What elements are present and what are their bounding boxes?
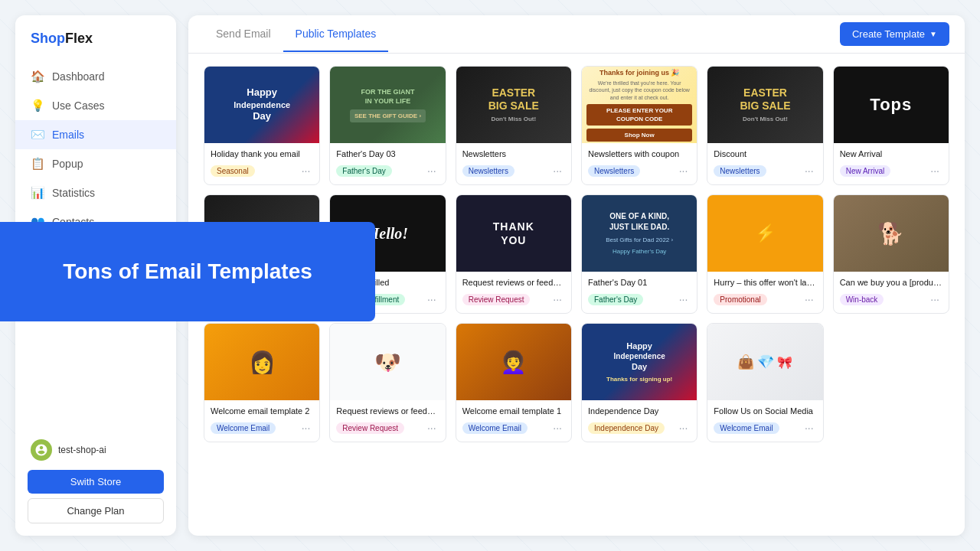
create-template-button[interactable]: Create Template bbox=[840, 22, 949, 46]
template-thumb-discount: EASTER BIG SALE Don't Miss Out! bbox=[707, 67, 822, 143]
more-menu-fathers-day-03[interactable]: ··· bbox=[424, 163, 439, 178]
template-card-discount[interactable]: EASTER BIG SALE Don't Miss Out! Discount… bbox=[707, 66, 823, 185]
more-menu-social-media[interactable]: ··· bbox=[802, 420, 817, 435]
more-menu-newsletters-coupon[interactable]: ··· bbox=[676, 163, 691, 178]
template-card-review1[interactable]: THANK YOU Request reviews or feedback1 R… bbox=[456, 194, 572, 314]
template-info-review2: Request reviews or feedback Review Reque… bbox=[330, 400, 445, 442]
more-menu-review2[interactable]: ··· bbox=[424, 420, 439, 435]
template-name-welcome2: Welcome email template 2 bbox=[211, 406, 313, 416]
tag-winback: Win-back bbox=[840, 294, 884, 305]
template-info-social-media: Follow Us on Social Media Welcome Email … bbox=[707, 400, 822, 442]
template-card-newsletters[interactable]: EASTER BIG SALE Don't Miss Out! Newslett… bbox=[456, 66, 572, 185]
change-plan-button[interactable]: Change Plan bbox=[28, 498, 164, 523]
template-card-review2[interactable]: 🐶 Request reviews or feedback Review Req… bbox=[329, 323, 446, 442]
template-thumb-social-media: 👜💎🎀 bbox=[707, 324, 822, 400]
template-tags-hurry: Promotional ··· bbox=[714, 292, 816, 307]
sidebar-item-statistics[interactable]: 📊 Statistics bbox=[15, 178, 176, 207]
sidebar-item-emails[interactable]: ✉️ Emails bbox=[15, 120, 176, 149]
template-info-fathers-day-01: Father's Day 01 Father's Day ··· bbox=[582, 272, 697, 313]
dashboard-icon: 🏠 bbox=[31, 70, 44, 83]
tag-discount: Newsletters bbox=[714, 165, 766, 177]
template-name-independence: Independence Day bbox=[588, 406, 691, 416]
template-tags-fathers-day-03: Father's Day ··· bbox=[336, 163, 439, 178]
popup-icon: 📋 bbox=[31, 157, 44, 171]
template-tags-fathers-day-01: Father's Day ··· bbox=[588, 292, 691, 307]
sidebar-item-use-cases[interactable]: 💡 Use Cases bbox=[15, 91, 176, 120]
tag-new-arrival: New Arrival bbox=[840, 165, 891, 177]
template-info-welcome2: Welcome email template 2 Welcome Email ·… bbox=[204, 400, 319, 442]
template-tags-holiday: Seasonal ··· bbox=[211, 163, 313, 178]
template-name-discount: Discount bbox=[714, 149, 816, 158]
template-card-holiday[interactable]: Happy Independence Day Holiday thank you… bbox=[204, 66, 320, 185]
more-menu-welcome2[interactable]: ··· bbox=[299, 420, 314, 435]
swith-store-button[interactable]: Swith Store bbox=[28, 470, 164, 494]
avatar bbox=[31, 439, 52, 461]
template-tags-winback: Win-back ··· bbox=[840, 292, 942, 307]
template-tags-welcome2: Welcome Email ··· bbox=[211, 420, 313, 435]
template-info-newsletters-coupon: Newsletters with coupon Newsletters ··· bbox=[582, 143, 697, 184]
banner-text: Tons of Email Templates bbox=[40, 259, 335, 284]
more-menu-review1[interactable]: ··· bbox=[550, 292, 565, 307]
more-menu-winback[interactable]: ··· bbox=[927, 292, 942, 307]
template-card-new-arrival[interactable]: Tops New Arrival New Arrival ··· bbox=[833, 66, 949, 185]
tabs-bar: Send Email Public Templates Create Templ… bbox=[188, 15, 965, 54]
tab-public-templates[interactable]: Public Templates bbox=[283, 17, 389, 52]
template-info-welcome1: Welcome email template 1 Welcome Email ·… bbox=[456, 400, 571, 442]
template-info-holiday: Holiday thank you email Seasonal ··· bbox=[204, 143, 319, 184]
more-menu-holiday[interactable]: ··· bbox=[299, 163, 314, 178]
more-menu-order-fulfilled[interactable]: ··· bbox=[424, 292, 439, 307]
template-thumb-new-arrival: Tops bbox=[834, 67, 949, 143]
template-tags-welcome1: Welcome Email ··· bbox=[462, 420, 565, 435]
template-thumb-newsletters-coupon: Thanks for joining us 🎉 We're thrilled t… bbox=[582, 67, 697, 143]
template-info-independence: Independence Day Independence Day ··· bbox=[582, 400, 697, 442]
tag-hurry: Promotional bbox=[714, 294, 766, 305]
tab-send-email[interactable]: Send Email bbox=[204, 17, 283, 52]
template-card-newsletters-coupon[interactable]: Thanks for joining us 🎉 We're thrilled t… bbox=[581, 66, 697, 185]
user-info: test-shop-ai bbox=[28, 433, 164, 470]
template-name-fathers-day-03: Father's Day 03 bbox=[336, 149, 439, 158]
template-info-hurry: Hurry – this offer won't last f... Promo… bbox=[707, 272, 822, 313]
template-thumb-newsletters: EASTER BIG SALE Don't Miss Out! bbox=[456, 67, 571, 143]
sidebar-item-dashboard[interactable]: 🏠 Dashboard bbox=[15, 62, 176, 91]
tag-social-media: Welcome Email bbox=[714, 422, 779, 434]
sidebar-label-dashboard: Dashboard bbox=[52, 70, 105, 83]
tag-fathersday-03: Father's Day bbox=[336, 165, 391, 177]
template-tags-review2: Review Request ··· bbox=[336, 420, 439, 435]
template-info-new-arrival: New Arrival New Arrival ··· bbox=[834, 143, 949, 184]
template-name-review2: Request reviews or feedback bbox=[336, 406, 439, 416]
template-card-fathers-day-01[interactable]: ONE OF A KIND, JUST LIKE DAD. Best Gifts… bbox=[581, 194, 697, 314]
more-menu-independence[interactable]: ··· bbox=[676, 420, 691, 435]
more-menu-discount[interactable]: ··· bbox=[802, 163, 817, 178]
template-tags-newsletters-coupon: Newsletters ··· bbox=[588, 163, 691, 178]
more-menu-welcome1[interactable]: ··· bbox=[550, 420, 565, 435]
tag-review1: Review Request bbox=[462, 294, 531, 305]
statistics-icon: 📊 bbox=[31, 186, 44, 200]
blue-banner: Tons of Email Templates bbox=[0, 222, 375, 321]
template-name-fathers-day-01: Father's Day 01 bbox=[588, 278, 691, 287]
more-menu-fathers-day-01[interactable]: ··· bbox=[676, 292, 691, 307]
tag-newsletters-coupon: Newsletters bbox=[588, 165, 640, 177]
template-name-holiday: Holiday thank you email bbox=[211, 149, 313, 158]
template-card-welcome2[interactable]: 👩 Welcome email template 2 Welcome Email… bbox=[204, 323, 320, 442]
template-card-winback[interactable]: 🐕 Can we buy you a [product y... Win-bac… bbox=[833, 194, 949, 314]
template-thumb-independence: Happy Independence Day Thanks for signin… bbox=[582, 324, 697, 400]
template-card-hurry[interactable]: ⚡ Hurry – this offer won't last f... Pro… bbox=[707, 194, 823, 314]
template-info-review1: Request reviews or feedback1 Review Requ… bbox=[456, 272, 571, 313]
more-menu-new-arrival[interactable]: ··· bbox=[927, 163, 942, 178]
template-info-discount: Discount Newsletters ··· bbox=[707, 143, 822, 184]
template-card-welcome1[interactable]: 👩‍🦱 Welcome email template 1 Welcome Ema… bbox=[456, 323, 572, 442]
sidebar-label-popup: Popup bbox=[52, 158, 83, 170]
more-menu-newsletters[interactable]: ··· bbox=[550, 163, 565, 178]
template-card-social-media[interactable]: 👜💎🎀 Follow Us on Social Media Welcome Em… bbox=[707, 323, 823, 442]
template-tags-newsletters: Newsletters ··· bbox=[462, 163, 565, 178]
template-name-review1: Request reviews or feedback1 bbox=[462, 278, 565, 287]
logo-shop: Shop bbox=[31, 31, 65, 46]
template-tags-independence: Independence Day ··· bbox=[588, 420, 691, 435]
more-menu-hurry[interactable]: ··· bbox=[802, 292, 817, 307]
template-card-independence[interactable]: Happy Independence Day Thanks for signin… bbox=[581, 323, 697, 442]
sidebar-item-popup[interactable]: 📋 Popup bbox=[15, 149, 176, 178]
template-thumb-hurry: ⚡ bbox=[707, 195, 822, 272]
template-card-fathers-day-03[interactable]: FOR THE GIANT IN YOUR LIFE SEE THE GIFT … bbox=[329, 66, 446, 185]
tag-independence: Independence Day bbox=[588, 422, 665, 434]
sidebar-label-statistics: Statistics bbox=[52, 187, 95, 199]
